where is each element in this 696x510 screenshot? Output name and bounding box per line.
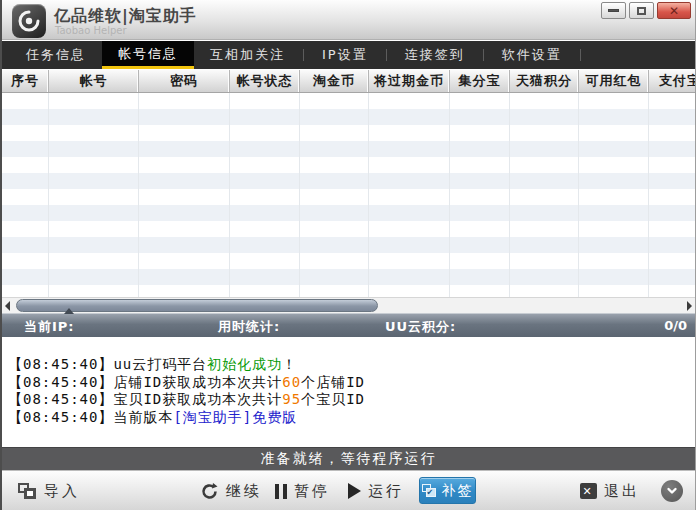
table-row[interactable] (2, 205, 695, 221)
log-line: 【08:45:40】uu云打码平台初始化成功！ (8, 356, 689, 374)
app-title: 亿品维软|淘宝助手 (54, 6, 197, 27)
header-cell-jifenbao[interactable]: 集分宝 (450, 70, 510, 92)
table-cell (579, 109, 649, 125)
table-cell (450, 109, 510, 125)
table-row[interactable] (2, 109, 695, 125)
table-cell (139, 93, 230, 109)
tab-connect-signin[interactable]: 连接签到 (389, 41, 481, 69)
table-cell (230, 237, 300, 253)
table-row[interactable] (2, 269, 695, 285)
minimize-button[interactable] (601, 2, 626, 19)
table-cell (369, 253, 450, 269)
header-cell-password[interactable]: 密码 (139, 70, 230, 92)
table-cell (579, 125, 649, 141)
tab-software-settings[interactable]: 软件设置 (486, 41, 578, 69)
header-cell-status[interactable]: 帐号状态 (230, 70, 300, 92)
log-count-items: 95 (282, 391, 301, 407)
time-stats-label: 用时统计: (218, 318, 280, 336)
run-button[interactable]: 运行 (348, 471, 404, 510)
table-cell (2, 109, 49, 125)
header-cell-expiring-coins[interactable]: 将过期金币 (369, 70, 450, 92)
table-cell (49, 125, 139, 141)
table-cell (510, 285, 579, 297)
tab-bar: 任务信息 帐号信息 互相加关注 IP设置 连接签到 软件设置 (2, 41, 695, 69)
log-text: 个宝贝ID (301, 391, 365, 407)
table-cell (649, 253, 695, 269)
table-row[interactable] (2, 141, 695, 157)
table-cell (2, 157, 49, 173)
header-cell-index[interactable]: 序号 (2, 70, 49, 92)
scroll-right-arrow-icon[interactable] (687, 301, 692, 311)
table-cell (369, 221, 450, 237)
table-cell (510, 221, 579, 237)
close-button[interactable]: ✕ (657, 2, 691, 19)
table-cell (139, 221, 230, 237)
table-cell (450, 285, 510, 297)
table-cell (450, 125, 510, 141)
tab-mutual-follow[interactable]: 互相加关注 (194, 41, 301, 69)
status-pointer-icon (64, 308, 74, 314)
table-cell (579, 237, 649, 253)
tab-ip-settings[interactable]: IP设置 (306, 41, 384, 69)
continue-button[interactable]: 继续 (200, 471, 262, 510)
log-text: 【08:45:40】宝贝ID获取成功本次共计 (8, 391, 282, 407)
table-row[interactable] (2, 157, 695, 173)
table-cell (49, 141, 139, 157)
app-window: 亿品维软|淘宝助手 Taobao Helper ✕ 任务信息 帐号信息 互相加关… (0, 0, 696, 510)
table-row[interactable] (2, 173, 695, 189)
table-cell (450, 205, 510, 221)
pause-button[interactable]: 暂停 (275, 471, 330, 510)
table-cell (450, 157, 510, 173)
table-row[interactable] (2, 285, 695, 297)
table-row[interactable] (2, 125, 695, 141)
table-cell (510, 173, 579, 189)
import-button[interactable]: 导入 (18, 471, 80, 510)
table-cell (49, 237, 139, 253)
log-line: 【08:45:40】店铺ID获取成功本次共计60个店铺ID (8, 374, 689, 392)
exit-button[interactable]: ✕ 退出 (580, 471, 640, 510)
table-cell (49, 189, 139, 205)
table-cell (579, 285, 649, 297)
scroll-left-arrow-icon[interactable] (5, 301, 10, 311)
resign-button[interactable]: ✔ 补签 (419, 477, 476, 504)
table-cell (369, 285, 450, 297)
table-cell (649, 269, 695, 285)
header-cell-alipay[interactable]: 支付宝 (649, 70, 696, 92)
log-text: 【08:45:40】uu云打码平台 (8, 356, 207, 372)
table-cell (300, 173, 369, 189)
table-cell (2, 189, 49, 205)
log-line: 【08:45:40】当前版本[淘宝助手]免费版 (8, 409, 689, 427)
table-cell (649, 285, 695, 297)
table-cell (300, 253, 369, 269)
log-area[interactable]: 【08:45:40】uu云打码平台初始化成功！ 【08:45:40】店铺ID获取… (2, 337, 695, 447)
header-cell-account[interactable]: 帐号 (49, 70, 139, 92)
table-row[interactable] (2, 221, 695, 237)
table-row[interactable] (2, 189, 695, 205)
tab-task-info[interactable]: 任务信息 (10, 41, 102, 69)
table-row[interactable] (2, 93, 695, 109)
table-cell (649, 237, 695, 253)
ready-text: 准备就绪，等待程序运行 (261, 450, 437, 468)
table-row[interactable] (2, 237, 695, 253)
table-cell (369, 141, 450, 157)
table-body (2, 93, 695, 297)
resign-icon: ✔ (422, 484, 437, 498)
tab-account-info[interactable]: 帐号信息 (102, 41, 194, 69)
table-cell (579, 269, 649, 285)
table-cell (579, 189, 649, 205)
maximize-button[interactable] (629, 2, 654, 19)
table-cell (450, 93, 510, 109)
table-header: 序号 帐号 密码 帐号状态 淘金币 将过期金币 集分宝 天猫积分 可用红包 支付… (2, 69, 695, 93)
table-cell (510, 157, 579, 173)
table-cell (649, 173, 695, 189)
table-row[interactable] (2, 253, 695, 269)
h-scrollbar[interactable] (2, 297, 695, 313)
more-button[interactable] (661, 480, 683, 502)
table-cell (300, 125, 369, 141)
table-cell (2, 285, 49, 297)
header-cell-tmall-points[interactable]: 天猫积分 (510, 70, 579, 92)
table-cell (2, 205, 49, 221)
header-cell-taojinbi[interactable]: 淘金币 (300, 70, 369, 92)
table-cell (2, 221, 49, 237)
header-cell-red-packets[interactable]: 可用红包 (579, 70, 649, 92)
